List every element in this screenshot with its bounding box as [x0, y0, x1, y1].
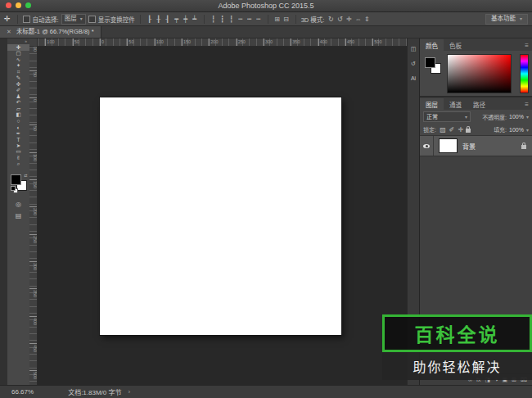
align-bottom-icon[interactable]: ┷: [191, 16, 199, 23]
distribute-right-icon[interactable]: ┉: [255, 16, 263, 23]
layer-row[interactable]: 背景: [420, 136, 532, 156]
hue-slider[interactable]: [520, 54, 529, 93]
color-picker-square[interactable]: [447, 54, 512, 93]
ruler-label: 50: [29, 70, 38, 77]
toolbar-extra-icons: ◎▤: [16, 201, 22, 219]
close-window-button[interactable]: [6, 2, 11, 8]
auto-select-checkbox[interactable]: [23, 16, 30, 23]
blur-tool[interactable]: ○: [7, 118, 29, 124]
distribute-center-icon[interactable]: ┅: [246, 16, 254, 23]
zoom-window-button[interactable]: [25, 2, 31, 8]
align-center-h-icon[interactable]: ╂: [155, 16, 163, 23]
distribute-top-icon[interactable]: ┋: [210, 16, 218, 23]
panel-tab[interactable]: 通道: [444, 98, 467, 110]
swap-colors-icon[interactable]: ⇄: [24, 173, 27, 178]
document-tab[interactable]: ✕ 未标题-1 @ 66.7%(RGB/8) *: [0, 26, 101, 38]
vertical-ruler: 10050050100150200250300350400450500: [29, 47, 38, 385]
panel-tab[interactable]: 颜色: [420, 39, 444, 51]
panel-tab[interactable]: 路径: [467, 98, 491, 110]
ruler-label: 100: [29, 47, 38, 52]
divider: [268, 15, 268, 24]
ruler-label: 350: [29, 288, 38, 297]
align-middle-icon[interactable]: ┿: [182, 16, 190, 23]
close-tab-icon[interactable]: ✕: [7, 26, 11, 38]
chevron-down-icon: ▾: [520, 15, 522, 23]
screen-mode-icon[interactable]: ▤: [16, 212, 22, 219]
visibility-toggle[interactable]: [420, 136, 434, 156]
panel-tab[interactable]: 图层: [420, 98, 444, 110]
distribute-bottom-icon[interactable]: ┋: [228, 16, 236, 23]
default-colors-icon[interactable]: [11, 186, 16, 191]
gradient-tool[interactable]: ◧: [7, 112, 29, 119]
3d-scale-icon[interactable]: ⇕: [363, 16, 371, 23]
ruler-label: 200: [29, 206, 38, 215]
chevron-down-icon: ▾: [526, 127, 529, 133]
collapsed-history-panel-icon[interactable]: ↺: [411, 61, 416, 67]
divider: [17, 15, 18, 24]
distribute-left-icon[interactable]: ┉: [237, 16, 245, 23]
current-tool-icon: ✛: [4, 15, 11, 23]
align-top-icon[interactable]: ┯: [173, 16, 181, 23]
opacity-value[interactable]: 100%: [509, 114, 524, 120]
ruler-label: 400: [29, 316, 38, 325]
workspace-switcher[interactable]: 基本功能 ▾: [485, 14, 528, 25]
ruler-label: 50: [73, 38, 79, 47]
chevron-down-icon: ▾: [465, 113, 467, 121]
ruler-label: 500: [372, 38, 381, 47]
show-transform-checkbox[interactable]: [88, 16, 96, 23]
3d-drag-icon[interactable]: ✛: [345, 16, 353, 23]
blend-mode-select[interactable]: 正常 ▾: [423, 111, 471, 122]
zoom-level-field[interactable]: 66.67%: [11, 388, 34, 396]
lock-transparent-icon[interactable]: ▨: [439, 126, 447, 133]
ruler-label: 250: [237, 38, 246, 47]
ruler-corner: [29, 38, 38, 47]
ruler-label: 200: [209, 38, 218, 47]
auto-select-target-select[interactable]: 图层 ▾: [61, 14, 86, 25]
color-panel: 颜色色板 ≡: [420, 38, 532, 96]
workspace-name: 基本功能: [491, 15, 516, 23]
lock-paint-icon[interactable]: ✐: [448, 126, 456, 133]
ruler-label: 450: [29, 343, 38, 352]
3d-rotate-icon[interactable]: ↻: [327, 16, 335, 23]
window-titlebar: Adobe Photoshop CC 2015.5: [0, 0, 532, 12]
panel-menu-icon[interactable]: ≡: [525, 42, 532, 51]
watermark: 百科全说 助你轻松解决: [382, 314, 532, 380]
lock-all-icon[interactable]: [466, 129, 471, 133]
collapsed-properties-panel-icon[interactable]: ◫: [411, 46, 417, 52]
foreground-color-swatch[interactable]: [425, 57, 435, 68]
foreground-color-swatch[interactable]: [11, 174, 21, 185]
distribute-spacing-icon[interactable]: ⊞: [273, 16, 282, 23]
panel-menu-icon[interactable]: ≡: [525, 101, 532, 110]
zoom-tool[interactable]: ⌕: [7, 161, 29, 168]
window-title: Adobe Photoshop CC 2015.5: [0, 0, 532, 11]
panel-tab[interactable]: 色板: [444, 39, 467, 51]
status-menu-arrow[interactable]: ›: [128, 388, 131, 396]
divider: [295, 15, 296, 24]
auto-align-icon[interactable]: ⊟: [282, 16, 291, 23]
3d-slide-icon[interactable]: ⇔: [354, 16, 362, 23]
divider: [140, 15, 141, 24]
lock-move-icon[interactable]: ✛: [457, 126, 465, 133]
layer-lock-icon: [521, 145, 526, 149]
ruler-label: 0: [100, 38, 104, 47]
collapsed-libraries-panel-icon[interactable]: Ai: [411, 75, 416, 81]
horizontal-ruler: 10050050100150200250300350400450500: [38, 38, 407, 47]
tool-list: ✛▢∿✦⌗✎✜✐♟↶▱◧○◐✒T➤▭✌⌕: [7, 44, 29, 167]
distribute-middle-icon[interactable]: ┇: [219, 16, 227, 23]
document-tab-bar: ✕ 未标题-1 @ 66.7%(RGB/8) *: [0, 26, 532, 38]
ruler-label: 350: [291, 38, 300, 47]
color-panel-content: [420, 51, 532, 96]
minimize-window-button[interactable]: [16, 2, 21, 8]
pen-tool[interactable]: ✒: [7, 130, 29, 137]
align-left-icon[interactable]: ┠: [146, 16, 154, 23]
color-swatches[interactable]: ⇄: [11, 174, 27, 191]
fill-value[interactable]: 100%: [509, 127, 524, 133]
show-transform-label: 显示变换控件: [98, 15, 135, 24]
ruler-label: 100: [29, 152, 38, 161]
ruler-label: 50: [29, 124, 38, 131]
watermark-title: 百科全说: [382, 314, 532, 352]
quick-mask-icon[interactable]: ◎: [16, 201, 21, 208]
align-right-icon[interactable]: ┨: [164, 16, 172, 23]
document-canvas[interactable]: [100, 97, 341, 335]
3d-roll-icon[interactable]: ↺: [336, 16, 344, 23]
